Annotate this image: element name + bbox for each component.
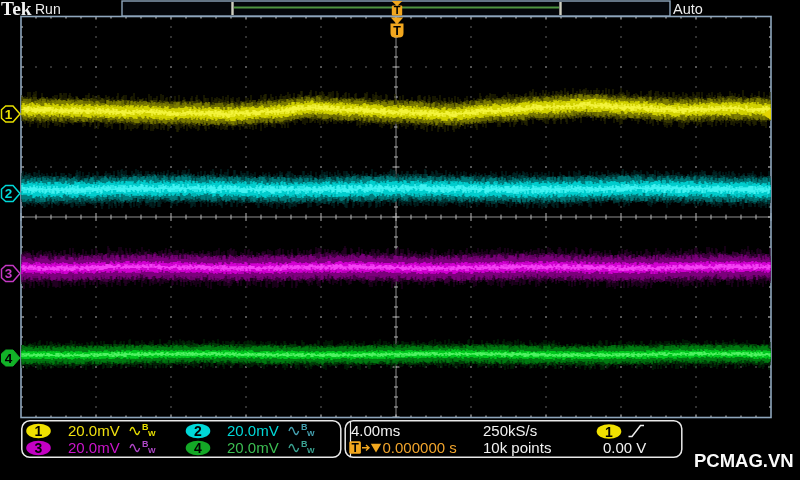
- svg-text:1: 1: [5, 107, 13, 122]
- svg-text:W: W: [148, 446, 156, 455]
- svg-text:Tek: Tek: [1, 0, 32, 19]
- svg-text:250kS/s: 250kS/s: [483, 422, 537, 439]
- svg-text:T: T: [393, 24, 401, 38]
- svg-text:Auto: Auto: [673, 1, 703, 17]
- svg-text:1: 1: [35, 423, 43, 439]
- svg-text:Run: Run: [35, 1, 61, 17]
- svg-text:T: T: [394, 4, 401, 16]
- svg-text:4.00ms: 4.00ms: [351, 422, 400, 439]
- svg-text:2: 2: [5, 186, 13, 201]
- svg-text:0.000000 s: 0.000000 s: [383, 439, 457, 456]
- svg-text:3: 3: [35, 440, 43, 456]
- svg-text:20.0mV: 20.0mV: [68, 422, 120, 439]
- svg-text:20.0mV: 20.0mV: [227, 439, 279, 456]
- svg-text:W: W: [307, 429, 315, 438]
- svg-text:3: 3: [5, 266, 13, 281]
- svg-text:0.00 V: 0.00 V: [603, 439, 646, 456]
- svg-text:4: 4: [5, 351, 13, 366]
- svg-text:10k points: 10k points: [483, 439, 551, 456]
- svg-text:T: T: [351, 441, 359, 455]
- svg-text:W: W: [148, 429, 156, 438]
- svg-text:4: 4: [194, 440, 202, 456]
- svg-text:20.0mV: 20.0mV: [68, 439, 120, 456]
- svg-text:PCMAG.VN: PCMAG.VN: [694, 450, 794, 471]
- svg-text:20.0mV: 20.0mV: [227, 422, 279, 439]
- svg-text:W: W: [307, 446, 315, 455]
- svg-text:2: 2: [194, 423, 202, 439]
- svg-text:1: 1: [605, 424, 613, 440]
